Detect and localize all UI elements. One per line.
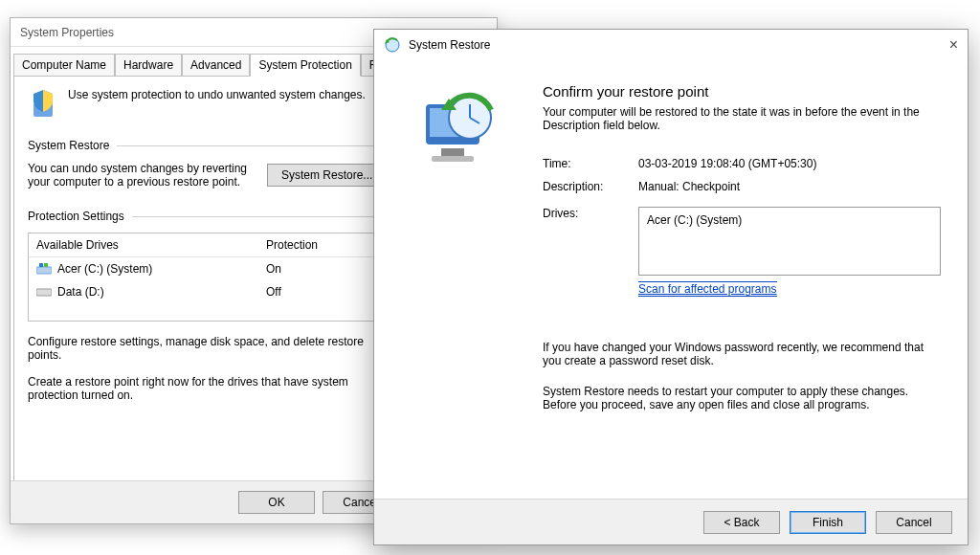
- wizard-art: [374, 60, 537, 499]
- scan-affected-programs-link[interactable]: Scan for affected programs: [638, 281, 777, 297]
- tab-system-protection[interactable]: System Protection: [250, 54, 360, 77]
- drives-label: Drives:: [543, 207, 638, 220]
- affected-drives-box: Acer (C:) (System): [638, 207, 941, 276]
- restore-description: You can undo system changes by reverting…: [28, 162, 248, 189]
- drive-name: Data (D:): [57, 285, 104, 299]
- back-button[interactable]: < Back: [703, 511, 780, 534]
- disk-icon: [36, 286, 52, 298]
- drive-name: Acer (C:) (System): [57, 262, 152, 276]
- tab-computer-name[interactable]: Computer Name: [13, 54, 115, 77]
- wizard-title: System Restore: [409, 38, 949, 52]
- ok-button[interactable]: OK: [238, 491, 315, 514]
- tab-advanced[interactable]: Advanced: [182, 54, 250, 77]
- system-restore-button[interactable]: System Restore...: [267, 164, 387, 187]
- description-label: Description:: [543, 180, 638, 193]
- wizard-lead: Your computer will be restored to the st…: [543, 105, 941, 132]
- wizard-titlebar: System Restore ×: [374, 30, 968, 60]
- tab-hardware[interactable]: Hardware: [115, 54, 182, 77]
- finish-button[interactable]: Finish: [790, 511, 866, 534]
- sysprops-intro: Use system protection to undo unwanted s…: [68, 88, 366, 123]
- column-header-drives: Available Drives: [29, 233, 258, 256]
- wizard-buttons: < Back Finish Cancel: [374, 499, 968, 544]
- close-icon[interactable]: ×: [949, 36, 958, 54]
- svg-rect-9: [441, 148, 464, 156]
- password-disk-note: If you have changed your Windows passwor…: [543, 341, 941, 367]
- restart-note: System Restore needs to restart your com…: [543, 385, 941, 411]
- affected-drive: Acer (C:) (System): [647, 213, 742, 227]
- system-restore-wizard: System Restore × Confirm your restore po…: [373, 29, 969, 545]
- description-value: Manual: Checkpoint: [638, 180, 941, 193]
- wizard-heading: Confirm your restore point: [543, 83, 941, 100]
- svg-rect-1: [36, 267, 52, 274]
- shield-icon: [28, 88, 58, 123]
- system-restore-icon: [384, 36, 401, 54]
- svg-rect-3: [44, 263, 48, 267]
- time-label: Time:: [543, 157, 638, 170]
- group-label: Protection Settings: [28, 210, 124, 223]
- windows-disk-icon: [36, 263, 52, 275]
- sysprops-title: System Properties: [20, 26, 114, 39]
- svg-rect-2: [39, 263, 43, 267]
- svg-rect-10: [432, 156, 474, 162]
- wizard-content: Confirm your restore point Your computer…: [537, 60, 968, 499]
- configure-text: Configure restore settings, manage disk …: [28, 335, 372, 362]
- cancel-button[interactable]: Cancel: [876, 511, 952, 534]
- time-value: 03-03-2019 19:08:40 (GMT+05:30): [638, 157, 941, 170]
- create-text: Create a restore point right now for the…: [28, 375, 384, 402]
- group-label: System Restore: [28, 139, 109, 152]
- svg-rect-4: [36, 289, 52, 296]
